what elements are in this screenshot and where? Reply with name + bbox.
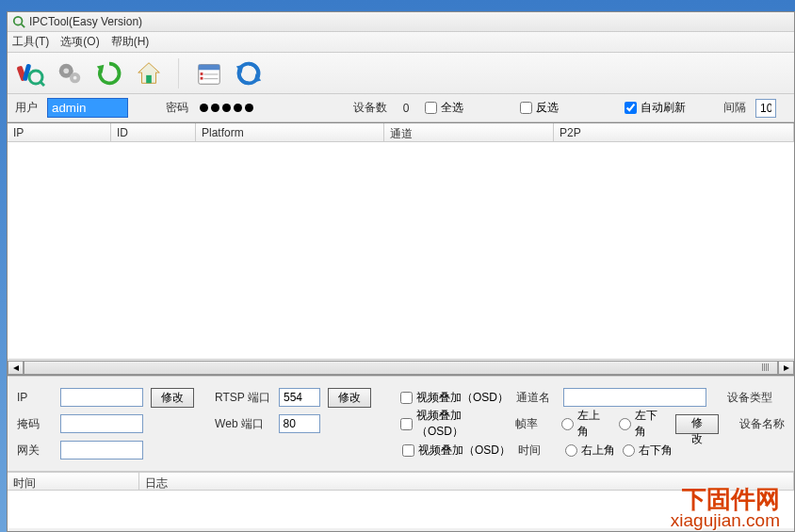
device-count-label: 设备数 (353, 100, 387, 116)
password-label: 密码 (166, 100, 188, 116)
pos-tr-radio[interactable]: 左下角 (619, 408, 668, 440)
svg-rect-14 (199, 64, 220, 70)
device-count-value: 0 (397, 102, 415, 115)
interval-label: 间隔 (723, 100, 746, 116)
svg-rect-17 (201, 73, 203, 75)
calendar-icon[interactable] (194, 58, 224, 89)
home-icon[interactable] (134, 58, 164, 89)
gears-icon[interactable] (55, 58, 85, 89)
tools-search-icon[interactable] (15, 58, 45, 89)
refresh-green-icon[interactable] (94, 58, 124, 89)
col-id[interactable]: ID (111, 123, 196, 141)
device-name-label: 设备名称 (739, 416, 785, 432)
osd2-checkbox[interactable]: 视频叠加（OSD） (400, 408, 508, 440)
device-table: IP ID Platform 通道 P2P ◂ ▸ (8, 122, 794, 376)
menu-options[interactable]: 选项(O) (60, 34, 99, 50)
toolbar-separator (178, 58, 180, 89)
auto-refresh-checkbox[interactable]: 自动刷新 (625, 100, 686, 116)
window-title: IPCTool(Easy Version) (29, 15, 142, 28)
svg-point-0 (14, 17, 23, 25)
user-label: 用户 (15, 100, 38, 116)
col-platform[interactable]: Platform (196, 123, 384, 141)
menubar: 工具(T) 选项(O) 帮助(H) (8, 32, 794, 53)
scroll-thumb[interactable] (24, 361, 778, 375)
table-header: IP ID Platform 通道 P2P (8, 123, 794, 142)
svg-point-7 (63, 68, 69, 73)
titlebar: IPCTool(Easy Version) (8, 12, 794, 32)
svg-rect-18 (201, 76, 203, 79)
ip-label: IP (17, 391, 53, 404)
menu-help[interactable]: 帮助(H) (111, 34, 150, 50)
osd3-checkbox[interactable]: 视频叠加（OSD） (402, 443, 511, 459)
scroll-right-button[interactable]: ▸ (778, 361, 794, 375)
rtsp-input[interactable] (279, 388, 320, 407)
fps-label: 帧率 (515, 416, 555, 432)
log-col-time[interactable]: 时间 (8, 473, 139, 490)
pos-bl-radio[interactable]: 右上角 (565, 443, 615, 459)
invert-checkbox[interactable]: 反选 (520, 100, 559, 116)
menu-tools[interactable]: 工具(T) (12, 34, 49, 50)
ip-input[interactable] (60, 388, 143, 407)
user-input[interactable] (47, 98, 128, 118)
svg-rect-12 (146, 74, 152, 82)
pos-tl-radio[interactable]: 左上角 (561, 408, 610, 440)
app-icon (12, 15, 25, 28)
web-label: Web 端口 (215, 416, 270, 432)
password-input[interactable] (198, 104, 278, 112)
refresh-blue-icon[interactable] (234, 58, 264, 89)
scroll-left-button[interactable]: ◂ (8, 361, 24, 375)
ip-modify-button[interactable]: 修改 (151, 388, 194, 408)
svg-point-4 (29, 71, 42, 84)
time-label: 时间 (518, 443, 558, 459)
svg-line-1 (22, 24, 25, 28)
svg-point-9 (73, 75, 77, 79)
toolbar (8, 53, 794, 94)
device-type-label: 设备类型 (727, 390, 772, 406)
rtsp-modify-button[interactable]: 修改 (328, 388, 371, 408)
settings-panel: IP 修改 RTSP 端口 修改 视频叠加（OSD） 通道名 设备类型 掩码 W… (8, 376, 794, 472)
mask-input[interactable] (60, 414, 143, 433)
channel-name-input[interactable] (563, 388, 706, 407)
col-ip[interactable]: IP (8, 123, 111, 141)
col-channel[interactable]: 通道 (384, 123, 554, 141)
main-window: IPCTool(Easy Version) 工具(T) 选项(O) 帮助(H) … (7, 11, 795, 532)
watermark-en: xiagujian.com (671, 511, 780, 529)
select-all-checkbox[interactable]: 全选 (425, 100, 463, 116)
web-input[interactable] (279, 414, 320, 433)
gateway-input[interactable] (60, 441, 143, 459)
watermark: 下固件网 xiagujian.com (671, 487, 780, 529)
pos-modify-button[interactable]: 修改 (675, 414, 719, 434)
col-p2p[interactable]: P2P (554, 123, 794, 141)
channel-name-label: 通道名 (516, 390, 556, 406)
control-bar: 用户 密码 设备数 0 全选 反选 自动刷新 间隔 (8, 94, 794, 122)
svg-line-5 (41, 82, 44, 86)
gateway-label: 网关 (17, 443, 53, 459)
osd1-checkbox[interactable]: 视频叠加（OSD） (400, 390, 509, 406)
interval-input[interactable] (755, 99, 776, 118)
watermark-cn: 下固件网 (671, 487, 780, 511)
table-body[interactable] (8, 142, 794, 359)
pos-br-radio[interactable]: 右下角 (623, 443, 673, 459)
horizontal-scrollbar[interactable]: ◂ ▸ (8, 359, 794, 375)
mask-label: 掩码 (17, 416, 53, 432)
rtsp-label: RTSP 端口 (215, 390, 271, 406)
